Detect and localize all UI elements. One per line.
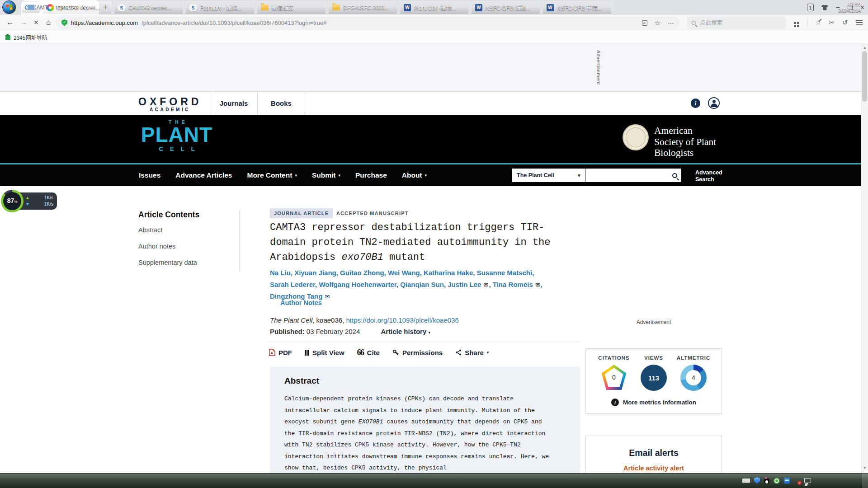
nav-advance-articles[interactable]: Advance Articles bbox=[175, 171, 232, 179]
sidebar-item-abstract[interactable]: Abstract bbox=[138, 226, 162, 234]
nav-submit[interactable]: Submit▾ bbox=[312, 171, 340, 179]
author-link[interactable]: Xiyuan Jiang, bbox=[294, 269, 340, 277]
doi-link[interactable]: https://doi.org/10.1093/plcell/koae036 bbox=[346, 316, 458, 324]
sidebar-item-supplementary-data[interactable]: Supplementary data bbox=[138, 259, 197, 266]
journal-search-box[interactable] bbox=[585, 169, 681, 182]
author-link[interactable]: Justin Lee ✉, bbox=[448, 281, 493, 288]
translate-icon[interactable] bbox=[642, 20, 647, 26]
author-link[interactable]: Katharina Hake, bbox=[424, 269, 477, 277]
address-bar[interactable]: https://academic.oup.com /plcell/advance… bbox=[56, 17, 680, 29]
scroll-down-icon[interactable]: ▼ bbox=[861, 466, 868, 470]
author-link[interactable]: Wolfgang Hoehenwarter, bbox=[319, 281, 400, 288]
author-notes-link[interactable]: Author Notes bbox=[280, 299, 322, 306]
taskbar-button-folder-2[interactable]: DFG-NSFC 2021... bbox=[328, 0, 397, 14]
antivirus-shield-icon[interactable] bbox=[754, 477, 760, 484]
show-desktop-button[interactable] bbox=[863, 473, 868, 488]
author-link[interactable]: Guitao Zhong, bbox=[340, 269, 388, 277]
volume-muted-icon[interactable]: × bbox=[794, 478, 800, 484]
taskbar-button-word-2[interactable]: WNSFC-DFG 结题... bbox=[471, 0, 540, 14]
header-tab-books[interactable]: Books bbox=[257, 92, 305, 115]
stop-button[interactable]: × bbox=[34, 18, 38, 27]
security-shield-icon[interactable] bbox=[61, 19, 67, 26]
email-icon[interactable]: ✉ bbox=[535, 282, 540, 288]
author-link[interactable]: Sarah Lederer, bbox=[270, 281, 319, 288]
article-history-toggle[interactable]: Article history ▾ bbox=[381, 328, 430, 335]
memory-usage-ball[interactable]: 87% bbox=[1, 190, 24, 212]
nav-about[interactable]: About▾ bbox=[402, 171, 427, 179]
taskbar-button-word-3[interactable]: WNSFC-DFG 申请... bbox=[542, 0, 612, 14]
home-button[interactable]: ⌂ bbox=[46, 18, 51, 27]
article-activity-alert-link[interactable]: Article activity alert bbox=[623, 465, 684, 472]
menu-icon[interactable] bbox=[856, 20, 863, 21]
taskbar-button-sogou-1[interactable]: SCAMTA3 repres... bbox=[114, 0, 183, 14]
taskbar-button-word-1[interactable]: WPlant Cell -植物... bbox=[400, 0, 469, 14]
screen: CAMTA3 repressor destab × + 1 – × ← → × … bbox=[0, 0, 868, 488]
author-link[interactable]: Tina Romeis ✉, bbox=[493, 281, 542, 288]
author-link[interactable]: Wei Wang, bbox=[388, 269, 424, 277]
keyboard-tray-icon[interactable] bbox=[742, 479, 750, 483]
apps-grid-icon[interactable] bbox=[794, 22, 796, 24]
oxford-academic-logo-sub: ACADEMIC bbox=[150, 107, 190, 112]
url-host: https://academic.oup.com bbox=[71, 19, 138, 26]
theme-skin-icon[interactable] bbox=[821, 5, 828, 10]
toolbar-divider bbox=[807, 19, 807, 27]
show-desktop-preview-button[interactable] bbox=[22, 1, 40, 14]
scroll-up-icon[interactable]: ▲ bbox=[861, 46, 868, 50]
account-icon[interactable] bbox=[708, 97, 720, 109]
back-button[interactable]: ← bbox=[6, 18, 14, 27]
scrollbar-thumb[interactable] bbox=[862, 51, 867, 102]
taskbar-button-folder-1[interactable]: 微信推文 bbox=[257, 0, 326, 14]
network-icon[interactable] bbox=[804, 478, 811, 483]
plant-cell-logo[interactable]: THE PLANT CELL bbox=[138, 120, 215, 152]
speed-widget[interactable]: ▲ 1K/s ▼ 1K/s 87% bbox=[1, 190, 57, 212]
nav-issues[interactable]: Issues bbox=[139, 171, 160, 179]
header-tab-journals[interactable]: Journals bbox=[210, 92, 257, 115]
permissions-button[interactable]: Permissions bbox=[392, 349, 443, 357]
tab-count-badge[interactable]: 1 bbox=[807, 4, 814, 11]
browser-search-box[interactable] bbox=[687, 17, 786, 29]
word-icon: W bbox=[475, 4, 482, 11]
journal-search-input[interactable] bbox=[590, 172, 672, 179]
favorites-icon[interactable]: ☆ bbox=[815, 19, 821, 27]
screenshot-scissors-icon[interactable]: ✂ bbox=[829, 19, 835, 27]
more-metrics-link[interactable]: i More metrics information bbox=[586, 399, 722, 406]
info-icon: i bbox=[611, 399, 619, 406]
journal-search-icon[interactable] bbox=[672, 173, 677, 178]
green-utility-icon[interactable] bbox=[774, 478, 780, 484]
advanced-search-link[interactable]: Advanced Search bbox=[695, 169, 729, 183]
clock-date: 2024/2/14 bbox=[829, 7, 861, 14]
email-icon[interactable]: ✉ bbox=[484, 282, 489, 288]
email-icon[interactable]: ✉ bbox=[325, 293, 330, 300]
page-viewport: Advertisement OXFORD ACADEMIC Journals B… bbox=[0, 44, 868, 473]
taskbar-clock[interactable]: 13:59 2024/2/14 bbox=[829, 1, 861, 14]
search-scope-select[interactable]: The Plant Cell ▼ bbox=[512, 169, 585, 182]
bookmark-star-icon[interactable]: ☆ bbox=[655, 19, 660, 27]
dictionary-icon[interactable] bbox=[784, 478, 790, 484]
taskbar-button-sogou-2[interactable]: SFebruary - 搜狗... bbox=[185, 0, 255, 14]
restore-tab-icon[interactable]: ↺ bbox=[842, 19, 848, 27]
author-link[interactable]: Na Liu, bbox=[270, 269, 294, 277]
oxford-academic-logo[interactable]: OXFORD bbox=[138, 96, 202, 108]
dimensions-citations-badge[interactable]: 0 bbox=[601, 365, 627, 390]
taskbar bbox=[0, 473, 868, 488]
nav-purchase[interactable]: Purchase bbox=[355, 171, 387, 179]
page-scrollbar[interactable]: ▲ ▼ bbox=[861, 44, 868, 473]
author-link[interactable]: Qianqian Sun, bbox=[400, 281, 448, 288]
url-more-icon[interactable]: ⋯ bbox=[668, 19, 675, 27]
info-icon[interactable]: i bbox=[691, 99, 700, 108]
start-button[interactable] bbox=[2, 0, 16, 14]
qq-icon[interactable] bbox=[764, 478, 769, 484]
aspb-seal-icon bbox=[623, 124, 649, 150]
split-view-button[interactable]: Split View bbox=[305, 349, 344, 357]
cite-button[interactable]: 66 Cite bbox=[357, 349, 380, 357]
nav-more-content[interactable]: More Content▾ bbox=[247, 171, 297, 179]
pdf-button[interactable]: A PDF bbox=[269, 349, 292, 357]
browser-search-input[interactable] bbox=[699, 19, 767, 27]
forward-button[interactable]: → bbox=[20, 18, 28, 27]
share-button[interactable]: Share ▾ bbox=[455, 349, 489, 357]
author-link[interactable]: Susanne Matschi, bbox=[477, 269, 534, 277]
bookmark-item[interactable]: 2345网址导航 bbox=[14, 33, 47, 41]
sidebar-item-author-notes[interactable]: Author notes bbox=[138, 243, 175, 250]
taskbar-button-browser[interactable]: CAMTA3 repres... bbox=[42, 0, 112, 14]
altmetric-badge[interactable]: 4 bbox=[680, 365, 707, 391]
